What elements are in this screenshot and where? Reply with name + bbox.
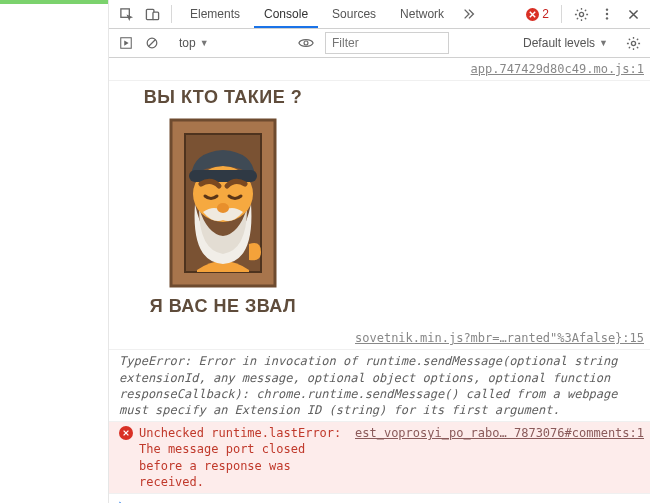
chevron-down-icon: ▼ [200, 33, 209, 53]
sticker-caption-top: ВЫ КТО ТАКИЕ ? [133, 87, 313, 108]
svg-point-5 [606, 13, 608, 15]
console-prompt[interactable]: › [109, 494, 650, 503]
log-row-info: TypeError: Error in invocation of runtim… [109, 350, 650, 422]
svg-point-6 [606, 17, 608, 19]
source-link[interactable]: est_voprosyi_po_rabo… 7873076#comments:1 [343, 425, 644, 441]
tab-sources[interactable]: Sources [322, 0, 386, 28]
gear-icon[interactable] [622, 32, 644, 54]
tab-console[interactable]: Console [254, 0, 318, 28]
kebab-icon[interactable] [596, 3, 618, 25]
chevrons-right-icon[interactable] [458, 3, 480, 25]
svg-point-10 [304, 41, 308, 45]
svg-point-11 [631, 41, 635, 45]
sticker-image: ВЫ КТО ТАКИЕ ? [133, 87, 313, 317]
prompt-caret-icon: › [117, 497, 124, 503]
separator [561, 5, 562, 23]
error-icon [526, 8, 539, 21]
log-row-error: Unchecked runtime.lastError: The message… [109, 422, 650, 494]
tab-elements[interactable]: Elements [180, 0, 250, 28]
log-levels-selector[interactable]: Default levels ▼ [517, 36, 614, 50]
sticker-caption-bottom: Я ВАС НЕ ЗВАЛ [133, 296, 313, 317]
device-icon[interactable] [141, 3, 163, 25]
log-source-row: app.747429d80c49.mo.js:1 [109, 58, 650, 81]
svg-line-9 [149, 40, 156, 47]
chevron-down-icon: ▼ [599, 38, 608, 48]
svg-rect-2 [152, 12, 158, 20]
error-icon [119, 426, 133, 440]
context-selector[interactable]: top ▼ [171, 33, 287, 53]
console-image-row: ВЫ КТО ТАКИЕ ? [109, 81, 650, 327]
close-icon[interactable] [622, 3, 644, 25]
old-man-sticker-svg [153, 112, 293, 292]
error-count: 2 [542, 7, 549, 21]
devtools-tabbar: Elements Console Sources Network 2 [109, 0, 650, 29]
error-count-badge[interactable]: 2 [522, 7, 553, 21]
play-icon[interactable] [115, 32, 137, 54]
devtools-panel: Elements Console Sources Network 2 [109, 0, 650, 503]
clear-icon[interactable] [141, 32, 163, 54]
gear-icon[interactable] [570, 3, 592, 25]
log-source-row: sovetnik.min.js?mbr=…ranted"%3Afalse}:15 [109, 327, 650, 350]
svg-rect-17 [189, 170, 257, 182]
accent-bar [0, 0, 108, 4]
inspect-icon[interactable] [115, 3, 137, 25]
eye-icon[interactable] [295, 32, 317, 54]
page-gutter [0, 0, 109, 503]
console-output[interactable]: app.747429d80c49.mo.js:1 ВЫ КТО ТАКИЕ ? [109, 58, 650, 503]
separator [171, 5, 172, 23]
svg-point-3 [579, 12, 583, 16]
tab-network[interactable]: Network [390, 0, 454, 28]
source-link[interactable]: sovetnik.min.js?mbr=…ranted"%3Afalse}:15 [343, 330, 644, 346]
svg-point-18 [217, 203, 229, 213]
levels-label: Default levels [523, 36, 595, 50]
log-message: TypeError: Error in invocation of runtim… [119, 353, 644, 418]
log-message: Unchecked runtime.lastError: The message… [139, 425, 343, 490]
svg-point-4 [606, 8, 608, 10]
filter-input[interactable] [325, 32, 449, 54]
console-toolbar: top ▼ Default levels ▼ [109, 29, 650, 58]
context-value: top [179, 33, 196, 53]
source-link[interactable]: app.747429d80c49.mo.js:1 [459, 61, 644, 77]
